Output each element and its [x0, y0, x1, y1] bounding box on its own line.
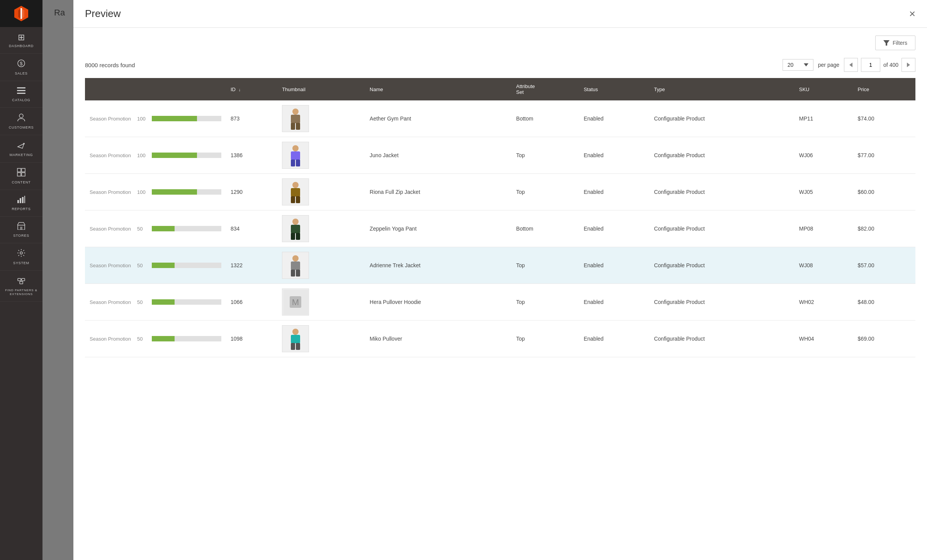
sidebar-item-marketing-label: MARKETING — [10, 153, 33, 157]
per-page-select[interactable]: 20 — [783, 59, 813, 71]
page-nav: of 400 — [844, 58, 915, 72]
svg-rect-34 — [296, 123, 300, 130]
cell-status-1: Enabled — [579, 137, 649, 174]
cell-name-3: Zeppelin Yoga Pant — [365, 210, 511, 247]
cell-attribute-6: Top — [511, 321, 579, 357]
marketing-icon — [17, 141, 25, 151]
table-row: Season Promotion 100 1386 Juno — [85, 137, 915, 174]
sidebar-item-content[interactable]: CONTENT — [0, 163, 42, 190]
svg-marker-28 — [804, 63, 808, 66]
svg-rect-41 — [291, 196, 295, 203]
modal-header: Preview × — [73, 0, 927, 28]
page-prev-button[interactable] — [844, 58, 858, 72]
preview-modal: Preview × Filters 8000 records found — [73, 0, 927, 560]
sidebar-item-dashboard-label: DASHBOARD — [9, 44, 34, 48]
cell-status-6: Enabled — [579, 321, 649, 357]
cell-sku-1: WJ06 — [795, 137, 853, 174]
svg-point-31 — [292, 109, 299, 115]
filters-button[interactable]: Filters — [875, 36, 915, 50]
svg-rect-44 — [291, 225, 300, 233]
col-header-status: Status — [579, 78, 649, 100]
svg-rect-24 — [22, 278, 25, 281]
sidebar-item-sales[interactable]: $ SALES — [0, 54, 42, 81]
svg-point-43 — [292, 219, 299, 225]
sidebar-item-catalog[interactable]: CATALOG — [0, 81, 42, 108]
svg-marker-27 — [883, 40, 890, 46]
cell-attribute-0: Bottom — [511, 100, 579, 137]
sidebar-item-dashboard[interactable]: ⊞ DASHBOARD — [0, 27, 42, 54]
svg-rect-37 — [291, 160, 295, 166]
svg-rect-7 — [17, 90, 25, 91]
progress-score-6: Season Promotion — [90, 336, 131, 342]
cell-thumbnail-0 — [277, 100, 365, 137]
thumbnail-img-0 — [282, 105, 309, 132]
table-header-row: ID ↓ Thumbnail Name AttributeSet Status … — [85, 78, 915, 100]
sidebar-item-marketing[interactable]: MARKETING — [0, 135, 42, 163]
cell-rule-3: Season Promotion 50 — [85, 210, 226, 247]
col-header-id[interactable]: ID ↓ — [226, 78, 277, 100]
cell-id-0: 873 — [226, 100, 277, 137]
magento-logo-icon — [13, 5, 30, 22]
progress-cell-1: Season Promotion 100 — [90, 153, 221, 158]
table-row: Season Promotion 50 1066 M Hera Pullov — [85, 284, 915, 321]
sidebar-item-reports[interactable]: REPORTS — [0, 190, 42, 217]
cell-id-1: 1386 — [226, 137, 277, 174]
cell-status-4: Enabled — [579, 247, 649, 284]
progress-bar-4 — [152, 263, 221, 268]
table-row: Season Promotion 50 1098 Miko — [85, 321, 915, 357]
cell-name-6: Miko Pullover — [365, 321, 511, 357]
page-number-input[interactable] — [861, 58, 880, 72]
svg-rect-19 — [24, 196, 25, 203]
score-value-6: 50 — [137, 336, 149, 342]
svg-rect-40 — [291, 188, 300, 197]
cell-attribute-4: Top — [511, 247, 579, 284]
chevron-down-icon — [804, 63, 808, 66]
progress-cell-0: Season Promotion 100 — [90, 116, 221, 122]
score-value-5: 50 — [137, 299, 149, 305]
svg-rect-14 — [17, 173, 21, 176]
progress-score-0: Season Promotion — [90, 116, 131, 122]
svg-rect-18 — [22, 197, 24, 203]
sidebar-item-stores[interactable]: STORES — [0, 217, 42, 243]
cell-name-5: Hera Pullover Hoodie — [365, 284, 511, 321]
svg-point-11 — [23, 143, 25, 144]
sidebar-item-reports-label: REPORTS — [12, 207, 31, 211]
sidebar-item-customers-label: CUSTOMERS — [9, 126, 34, 129]
cell-thumbnail-6 — [277, 321, 365, 357]
cell-attribute-1: Top — [511, 137, 579, 174]
filter-icon — [883, 40, 890, 46]
sidebar: ⊞ DASHBOARD $ SALES CATALOG CUSTOMERS M — [0, 0, 42, 560]
cell-attribute-2: Top — [511, 174, 579, 210]
modal-close-button[interactable]: × — [909, 8, 915, 19]
sidebar-item-partners[interactable]: FIND PARTNERS & EXTENSIONS — [0, 271, 42, 302]
cell-rule-4: Season Promotion 50 — [85, 247, 226, 284]
cell-status-3: Enabled — [579, 210, 649, 247]
svg-rect-32 — [291, 115, 300, 123]
svg-point-22 — [20, 252, 22, 254]
cell-sku-0: MP11 — [795, 100, 853, 137]
progress-score-2: Season Promotion — [90, 189, 131, 195]
svg-rect-26 — [20, 282, 23, 284]
thumbnail-img-5: M — [282, 288, 309, 316]
progress-score-5: Season Promotion — [90, 299, 131, 305]
thumbnail-img-6 — [282, 325, 309, 352]
thumbnail-img-4 — [282, 252, 309, 279]
sidebar-logo[interactable] — [0, 0, 42, 27]
sales-icon: $ — [17, 59, 25, 70]
col-header-thumbnail: Thumbnail — [277, 78, 365, 100]
per-page-label: per page — [818, 62, 839, 68]
svg-text:$: $ — [20, 61, 23, 66]
per-page-value: 20 — [788, 62, 794, 68]
cell-rule-2: Season Promotion 100 — [85, 174, 226, 210]
page-next-button[interactable] — [902, 58, 915, 72]
sidebar-item-customers[interactable]: CUSTOMERS — [0, 108, 42, 135]
svg-rect-13 — [22, 168, 25, 172]
cell-price-6: $69.00 — [853, 321, 915, 357]
svg-rect-23 — [18, 278, 21, 281]
cell-price-5: $48.00 — [853, 284, 915, 321]
modal-title: Preview — [85, 8, 121, 20]
progress-bar-2 — [152, 189, 221, 195]
svg-rect-38 — [296, 160, 300, 166]
main-content: Ra Preview × Filters — [42, 0, 927, 560]
sidebar-item-system[interactable]: SYSTEM — [0, 243, 42, 271]
